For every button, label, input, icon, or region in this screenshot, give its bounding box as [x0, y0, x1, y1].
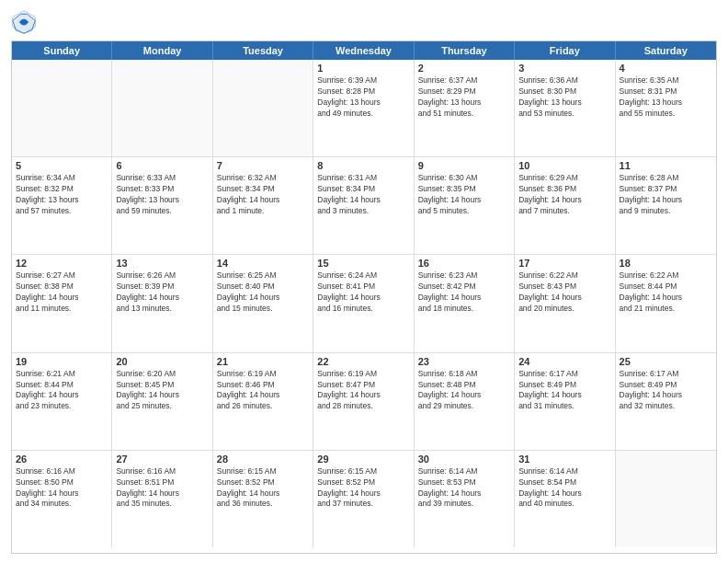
day-cell-18: 18Sunrise: 6:22 AM Sunset: 8:44 PM Dayli… [616, 255, 716, 351]
day-number: 17 [518, 258, 610, 269]
day-details: Sunrise: 6:21 AM Sunset: 8:44 PM Dayligh… [16, 369, 108, 413]
day-details: Sunrise: 6:27 AM Sunset: 8:38 PM Dayligh… [16, 270, 108, 315]
day-number: 9 [418, 160, 510, 171]
day-details: Sunrise: 6:20 AM Sunset: 8:45 PM Dayligh… [116, 369, 208, 413]
day-details: Sunrise: 6:32 AM Sunset: 8:34 PM Dayligh… [217, 173, 309, 217]
day-cell-5: 5Sunrise: 6:34 AM Sunset: 8:32 PM Daylig… [12, 157, 112, 254]
day-details: Sunrise: 6:16 AM Sunset: 8:51 PM Dayligh… [116, 466, 208, 511]
day-number: 21 [217, 356, 309, 367]
day-cell-15: 15Sunrise: 6:24 AM Sunset: 8:41 PM Dayli… [313, 255, 414, 351]
day-number: 19 [16, 356, 108, 367]
day-number: 23 [418, 356, 510, 367]
day-details: Sunrise: 6:22 AM Sunset: 8:44 PM Dayligh… [620, 270, 712, 315]
header-day-sunday: Sunday [12, 41, 112, 60]
day-cell-11: 11Sunrise: 6:28 AM Sunset: 8:37 PM Dayli… [616, 157, 716, 254]
day-details: Sunrise: 6:39 AM Sunset: 8:28 PM Dayligh… [317, 75, 409, 120]
header-day-thursday: Thursday [415, 41, 515, 60]
day-cell-4: 4Sunrise: 6:35 AM Sunset: 8:31 PM Daylig… [616, 60, 716, 156]
header-day-saturday: Saturday [616, 41, 716, 60]
day-cell-26: 26Sunrise: 6:16 AM Sunset: 8:50 PM Dayli… [12, 451, 112, 547]
logo-icon [11, 9, 37, 35]
day-number: 31 [518, 454, 610, 465]
header [11, 9, 717, 35]
header-day-tuesday: Tuesday [213, 41, 313, 60]
header-day-monday: Monday [112, 41, 212, 60]
day-cell-23: 23Sunrise: 6:18 AM Sunset: 8:48 PM Dayli… [415, 353, 515, 450]
page: SundayMondayTuesdayWednesdayThursdayFrid… [0, 0, 728, 563]
day-details: Sunrise: 6:18 AM Sunset: 8:48 PM Dayligh… [418, 369, 510, 413]
day-number: 22 [317, 356, 409, 367]
day-cell-24: 24Sunrise: 6:17 AM Sunset: 8:49 PM Dayli… [515, 353, 615, 450]
empty-cell [616, 451, 716, 547]
day-cell-14: 14Sunrise: 6:25 AM Sunset: 8:40 PM Dayli… [213, 255, 313, 351]
day-cell-20: 20Sunrise: 6:20 AM Sunset: 8:45 PM Dayli… [112, 353, 212, 450]
day-number: 16 [418, 258, 510, 269]
day-details: Sunrise: 6:28 AM Sunset: 8:37 PM Dayligh… [620, 173, 712, 217]
day-number: 28 [217, 454, 309, 465]
day-details: Sunrise: 6:14 AM Sunset: 8:53 PM Dayligh… [418, 466, 510, 511]
header-day-wednesday: Wednesday [313, 41, 414, 60]
day-cell-10: 10Sunrise: 6:29 AM Sunset: 8:36 PM Dayli… [515, 157, 615, 254]
day-details: Sunrise: 6:36 AM Sunset: 8:30 PM Dayligh… [518, 75, 610, 120]
day-cell-6: 6Sunrise: 6:33 AM Sunset: 8:33 PM Daylig… [112, 157, 212, 254]
day-number: 15 [317, 258, 409, 269]
day-details: Sunrise: 6:15 AM Sunset: 8:52 PM Dayligh… [317, 466, 409, 511]
day-cell-13: 13Sunrise: 6:26 AM Sunset: 8:39 PM Dayli… [112, 255, 212, 351]
day-number: 8 [317, 160, 409, 171]
day-cell-16: 16Sunrise: 6:23 AM Sunset: 8:42 PM Dayli… [415, 255, 515, 351]
day-number: 26 [16, 454, 108, 465]
calendar-week-2: 5Sunrise: 6:34 AM Sunset: 8:32 PM Daylig… [12, 157, 716, 255]
day-number: 12 [16, 258, 108, 269]
day-cell-28: 28Sunrise: 6:15 AM Sunset: 8:52 PM Dayli… [213, 451, 313, 547]
day-details: Sunrise: 6:26 AM Sunset: 8:39 PM Dayligh… [116, 270, 208, 315]
day-number: 10 [518, 160, 610, 171]
day-cell-2: 2Sunrise: 6:37 AM Sunset: 8:29 PM Daylig… [415, 60, 515, 156]
day-cell-3: 3Sunrise: 6:36 AM Sunset: 8:30 PM Daylig… [515, 60, 615, 156]
day-cell-31: 31Sunrise: 6:14 AM Sunset: 8:54 PM Dayli… [515, 451, 615, 547]
day-details: Sunrise: 6:25 AM Sunset: 8:40 PM Dayligh… [217, 270, 309, 315]
day-details: Sunrise: 6:37 AM Sunset: 8:29 PM Dayligh… [418, 75, 510, 120]
day-number: 3 [518, 63, 610, 74]
day-number: 20 [116, 356, 208, 367]
day-number: 14 [217, 258, 309, 269]
calendar: SundayMondayTuesdayWednesdayThursdayFrid… [11, 40, 717, 554]
day-cell-21: 21Sunrise: 6:19 AM Sunset: 8:46 PM Dayli… [213, 353, 313, 450]
calendar-week-4: 19Sunrise: 6:21 AM Sunset: 8:44 PM Dayli… [12, 353, 716, 451]
day-number: 18 [620, 258, 712, 269]
day-details: Sunrise: 6:16 AM Sunset: 8:50 PM Dayligh… [16, 466, 108, 511]
day-number: 25 [620, 356, 712, 367]
day-number: 29 [317, 454, 409, 465]
day-details: Sunrise: 6:15 AM Sunset: 8:52 PM Dayligh… [217, 466, 309, 511]
calendar-week-3: 12Sunrise: 6:27 AM Sunset: 8:38 PM Dayli… [12, 255, 716, 352]
day-details: Sunrise: 6:17 AM Sunset: 8:49 PM Dayligh… [620, 369, 712, 413]
day-number: 7 [217, 160, 309, 171]
day-cell-30: 30Sunrise: 6:14 AM Sunset: 8:53 PM Dayli… [415, 451, 515, 547]
day-number: 1 [317, 63, 409, 74]
calendar-body: 1Sunrise: 6:39 AM Sunset: 8:28 PM Daylig… [12, 60, 716, 547]
day-details: Sunrise: 6:19 AM Sunset: 8:47 PM Dayligh… [317, 369, 409, 413]
day-cell-27: 27Sunrise: 6:16 AM Sunset: 8:51 PM Dayli… [112, 451, 212, 547]
day-details: Sunrise: 6:35 AM Sunset: 8:31 PM Dayligh… [620, 75, 712, 120]
day-cell-29: 29Sunrise: 6:15 AM Sunset: 8:52 PM Dayli… [313, 451, 414, 547]
calendar-week-5: 26Sunrise: 6:16 AM Sunset: 8:50 PM Dayli… [12, 451, 716, 547]
calendar-week-1: 1Sunrise: 6:39 AM Sunset: 8:28 PM Daylig… [12, 60, 716, 157]
day-details: Sunrise: 6:19 AM Sunset: 8:46 PM Dayligh… [217, 369, 309, 413]
day-cell-12: 12Sunrise: 6:27 AM Sunset: 8:38 PM Dayli… [12, 255, 112, 351]
day-cell-1: 1Sunrise: 6:39 AM Sunset: 8:28 PM Daylig… [313, 60, 414, 156]
day-cell-7: 7Sunrise: 6:32 AM Sunset: 8:34 PM Daylig… [213, 157, 313, 254]
empty-cell [213, 60, 313, 156]
logo [11, 9, 40, 35]
day-number: 11 [620, 160, 712, 171]
day-cell-8: 8Sunrise: 6:31 AM Sunset: 8:34 PM Daylig… [313, 157, 414, 254]
day-details: Sunrise: 6:33 AM Sunset: 8:33 PM Dayligh… [116, 173, 208, 217]
empty-cell [12, 60, 112, 156]
day-details: Sunrise: 6:14 AM Sunset: 8:54 PM Dayligh… [518, 466, 610, 511]
day-details: Sunrise: 6:30 AM Sunset: 8:35 PM Dayligh… [418, 173, 510, 217]
calendar-header-row: SundayMondayTuesdayWednesdayThursdayFrid… [12, 41, 716, 60]
day-number: 5 [16, 160, 108, 171]
day-details: Sunrise: 6:22 AM Sunset: 8:43 PM Dayligh… [518, 270, 610, 315]
day-details: Sunrise: 6:29 AM Sunset: 8:36 PM Dayligh… [518, 173, 610, 217]
day-number: 24 [518, 356, 610, 367]
day-details: Sunrise: 6:34 AM Sunset: 8:32 PM Dayligh… [16, 173, 108, 217]
day-number: 2 [418, 63, 510, 74]
